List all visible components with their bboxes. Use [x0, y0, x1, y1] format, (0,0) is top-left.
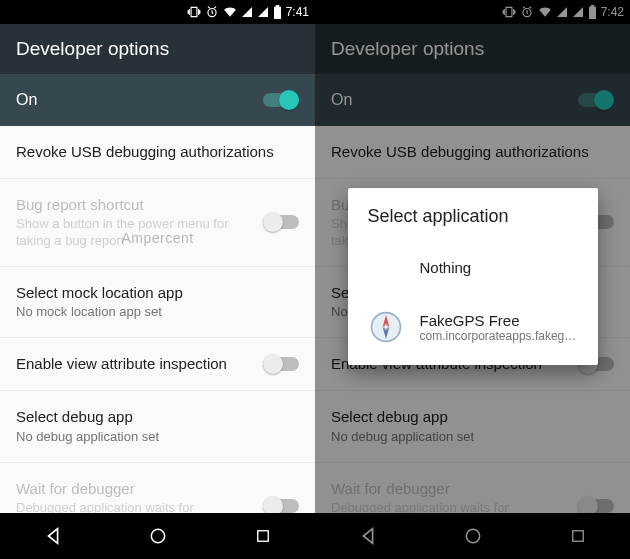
- signal-icon-2: [257, 6, 269, 18]
- vibrate-icon: [187, 5, 201, 19]
- phone-left: 7:41 Developer options On Revoke USB deb…: [0, 0, 315, 559]
- status-bar: 7:41: [0, 0, 315, 24]
- revoke-usb-row[interactable]: Revoke USB debugging authorizations: [0, 126, 315, 179]
- view-attribute-inspection-row[interactable]: Enable view attribute inspection: [0, 338, 315, 391]
- compass-icon: [368, 309, 404, 345]
- dialog-item-nothing[interactable]: Nothing: [348, 237, 598, 297]
- nav-recent-button[interactable]: [233, 513, 293, 559]
- alarm-icon: [205, 5, 219, 19]
- nav-bar: [0, 513, 315, 559]
- settings-list: Revoke USB debugging authorizations Bug …: [0, 126, 315, 513]
- select-application-dialog: Select application Nothing FakeGPS Free …: [348, 188, 598, 365]
- signal-icon: [241, 6, 253, 18]
- dialog-item-fakegps[interactable]: FakeGPS Free com.incorporateapps.fakeg…: [348, 297, 598, 357]
- bug-report-shortcut-row: Bug report shortcut Show a button in the…: [0, 179, 315, 267]
- wait-for-debugger-row: Wait for debugger Debugged application w…: [0, 463, 315, 513]
- developer-options-master-toggle[interactable]: On: [0, 74, 315, 126]
- toggle-off-icon: [263, 212, 299, 232]
- status-time: 7:41: [286, 5, 309, 19]
- nav-home-button[interactable]: [128, 513, 188, 559]
- battery-icon: [273, 5, 282, 19]
- svg-point-1: [151, 529, 164, 542]
- wifi-icon: [223, 5, 237, 19]
- nav-back-button[interactable]: [23, 513, 83, 559]
- blank-icon: [368, 249, 404, 285]
- toggle-off-icon[interactable]: [263, 354, 299, 374]
- select-debug-app-row[interactable]: Select debug app No debug application se…: [0, 391, 315, 462]
- page-title: Developer options: [0, 24, 315, 74]
- phone-right: 7:42 Developer options On Revoke USB deb…: [315, 0, 630, 559]
- dialog-title: Select application: [348, 206, 598, 237]
- toggle-on-icon[interactable]: [263, 90, 299, 110]
- select-mock-location-row[interactable]: Select mock location app No mock locatio…: [0, 267, 315, 338]
- on-label: On: [16, 91, 37, 109]
- svg-rect-2: [257, 531, 268, 542]
- toggle-off-icon: [263, 496, 299, 513]
- svg-point-9: [383, 325, 387, 329]
